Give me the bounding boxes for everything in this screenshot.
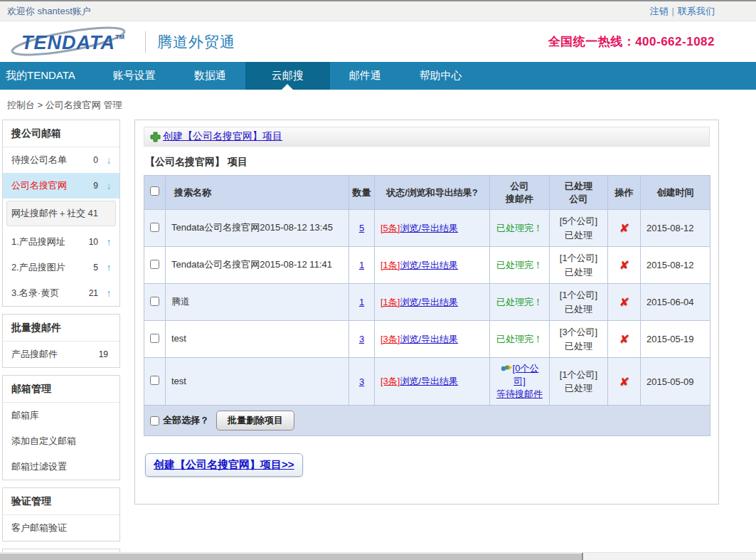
main-nav: 我的TENDATA 账号设置 数据通 云邮搜 邮件通 帮助中心	[0, 62, 756, 90]
created-date: 2015-05-19	[641, 321, 710, 358]
create-project-button[interactable]: 创建【公司名搜官网】项目>>	[145, 453, 303, 477]
col-processed-company: 已处理 公司	[550, 176, 608, 210]
processed-count: [5个公司]	[555, 214, 602, 228]
batch-delete-button[interactable]: 批量删除项目	[216, 411, 294, 430]
quantity-link[interactable]: 3	[359, 334, 364, 344]
header-checkbox-cell	[144, 176, 166, 210]
quantity-link[interactable]: 1	[359, 297, 364, 307]
col-action: 操作	[608, 176, 641, 210]
create-project-link[interactable]: 创建【公司名搜官网】项目	[163, 130, 282, 143]
status-count-link[interactable]: [3条]	[380, 376, 400, 386]
view-export-link[interactable]: 浏览/导出结果	[400, 297, 458, 307]
sidebar-section-batch-search-mail: 批量搜邮件 产品搜邮件 19	[2, 314, 120, 368]
project-name: test	[166, 358, 349, 406]
horizontal-scrollbar[interactable]	[0, 552, 756, 560]
status-count-link[interactable]: [1条]	[380, 297, 400, 307]
mail-status-done: 已处理完！	[496, 260, 543, 270]
delete-icon[interactable]: ✘	[619, 258, 629, 272]
item-count: 5	[93, 263, 98, 273]
nav-item-help-center[interactable]: 帮助中心	[400, 62, 481, 90]
sidebar-section-verification-management: 验证管理 客户邮箱验证	[2, 487, 120, 541]
select-all-checkbox[interactable]	[150, 416, 159, 426]
status-count-link[interactable]: [1条]	[380, 260, 400, 270]
table-header-row: 搜索名称 数量 状态/浏览和导出结果? 公司 搜邮件 已处理 公司 操作 创建时…	[144, 176, 710, 210]
col-search-name: 搜索名称	[166, 176, 349, 210]
logout-link[interactable]: 注销	[650, 6, 669, 16]
nav-item-data-hub[interactable]: 数据通	[175, 62, 245, 90]
arrow-up-icon: ↑	[104, 262, 114, 273]
sidebar-item-url-search-mail-social[interactable]: 网址搜邮件＋社交 41	[6, 201, 116, 226]
projects-section-title: 【公司名搜官网】 项目	[145, 156, 710, 169]
nav-item-account-settings[interactable]: 账号设置	[94, 62, 175, 90]
row-checkbox[interactable]	[150, 297, 159, 306]
sidebar-item-mailbox-library[interactable]: 邮箱库	[3, 403, 119, 428]
header: TENDATATM 腾道外贸通 全国统一热线：400-662-1082	[0, 21, 756, 62]
logo-trademark: TM	[115, 33, 124, 41]
sidebar-item-directory-yellowpages[interactable]: 3.名录·黄页 21 ↑	[3, 280, 119, 306]
waiting-search-link[interactable]: 等待搜邮件	[496, 389, 543, 399]
quantity-link[interactable]: 5	[359, 223, 364, 233]
sidebar-item-mailbox-filter-settings[interactable]: 邮箱过滤设置	[3, 454, 119, 480]
scrollbar-thumb[interactable]	[0, 554, 582, 560]
table-row: Tendata公司名搜官网2015-08-12 13:45 5 [5条]浏览/导…	[144, 210, 710, 247]
nav-item-my-tendata[interactable]: 我的TENDATA	[0, 62, 94, 90]
row-checkbox[interactable]	[150, 334, 159, 343]
processed-label: 已处理	[555, 302, 602, 317]
status-count-link[interactable]: [3条]	[380, 334, 400, 344]
sidebar-item-customer-email-verification[interactable]: 客户邮箱验证	[3, 515, 119, 541]
sidebar-item-pending-company-list[interactable]: 待搜公司名单 0 ↓	[3, 147, 119, 173]
delete-icon[interactable]: ✘	[619, 295, 629, 309]
status-count-link[interactable]: [5条]	[380, 223, 400, 233]
delete-icon[interactable]: ✘	[619, 221, 629, 235]
delete-icon[interactable]: ✘	[619, 375, 629, 389]
arrow-down-icon: ↓	[104, 154, 114, 166]
view-export-link[interactable]: 浏览/导出结果	[400, 334, 458, 344]
sidebar-section-title: 邮箱管理	[3, 376, 119, 403]
item-count: 9	[93, 181, 98, 191]
nav-item-mail-hub[interactable]: 邮件通	[330, 62, 400, 90]
project-name: 腾道	[166, 284, 349, 321]
quantity-link[interactable]: 3	[359, 376, 364, 387]
item-count: 10	[89, 237, 98, 247]
col-created-time: 创建时间	[641, 176, 710, 210]
mail-status-done: 已处理完！	[496, 334, 543, 344]
processed-label: 已处理	[555, 381, 602, 396]
sidebar-item-company-name-search[interactable]: 公司名搜官网 9 ↓	[3, 173, 119, 199]
select-all-label: 全部选择？	[163, 414, 209, 427]
view-export-link[interactable]: 浏览/导出结果	[400, 260, 458, 270]
sidebar-item-add-custom-mailbox[interactable]: 添加自定义邮箱	[3, 428, 119, 454]
view-export-link[interactable]: 浏览/导出结果	[400, 376, 458, 386]
sidebar-section-title: 验证管理	[3, 488, 119, 515]
nav-item-cloud-mail-search[interactable]: 云邮搜	[245, 62, 330, 90]
row-checkbox[interactable]	[150, 260, 159, 269]
quantity-link[interactable]: 1	[359, 260, 364, 270]
sidebar-item-product-search-mail[interactable]: 产品搜邮件 19	[3, 342, 119, 367]
processed-count: [1个公司]	[555, 368, 602, 382]
main-panel: 创建【公司名搜官网】项目 【公司名搜官网】 项目 搜索名称 数量 状态/浏览和导…	[134, 120, 719, 504]
table-row: Tendata公司名搜官网2015-08-12 11:41 1 [1条]浏览/导…	[144, 247, 710, 284]
row-checkbox[interactable]	[150, 223, 159, 232]
sidebar-section-title: 搜公司邮箱	[3, 120, 119, 147]
processed-count: [1个公司]	[555, 251, 602, 265]
item-count: 0	[93, 155, 98, 165]
processed-count: [1个公司]	[555, 288, 602, 302]
sidebar-section-mailbox-management: 邮箱管理 邮箱库 添加自定义邮箱 邮箱过滤设置	[2, 375, 120, 480]
processed-label: 已处理	[555, 265, 602, 280]
table-row: test 3 [3条]浏览/导出结果 [0个公司] 等待搜邮件 [1个公司] 已…	[144, 358, 710, 406]
row-checkbox[interactable]	[150, 376, 159, 385]
sidebar-item-product-search-url[interactable]: 1.产品搜网址 10 ↑	[3, 229, 119, 255]
col-status: 状态/浏览和导出结果?	[375, 176, 490, 210]
sidebar: 搜公司邮箱 待搜公司名单 0 ↓ 公司名搜官网 9 ↓ 网址搜邮件＋社交 41 …	[2, 120, 120, 560]
table-row: test 3 [3条]浏览/导出结果 已处理完！ [3个公司] 已处理 ✘ 20…	[144, 321, 710, 358]
scrollbar-divider	[582, 553, 583, 560]
delete-icon[interactable]: ✘	[619, 332, 629, 346]
project-name: Tendata公司名搜官网2015-08-12 13:45	[166, 210, 349, 247]
view-export-link[interactable]: 浏览/导出结果	[400, 223, 458, 233]
projects-table: 搜索名称 数量 状态/浏览和导出结果? 公司 搜邮件 已处理 公司 操作 创建时…	[144, 175, 710, 436]
header-divider	[145, 31, 146, 53]
contact-us-link[interactable]: 联系我们	[678, 6, 715, 16]
sidebar-item-product-search-image[interactable]: 2.产品搜图片 5 ↑	[3, 255, 119, 280]
waiting-count-link[interactable]: [0个公司]	[513, 363, 539, 386]
project-name: test	[166, 321, 349, 358]
select-all-header-checkbox[interactable]	[150, 186, 159, 196]
